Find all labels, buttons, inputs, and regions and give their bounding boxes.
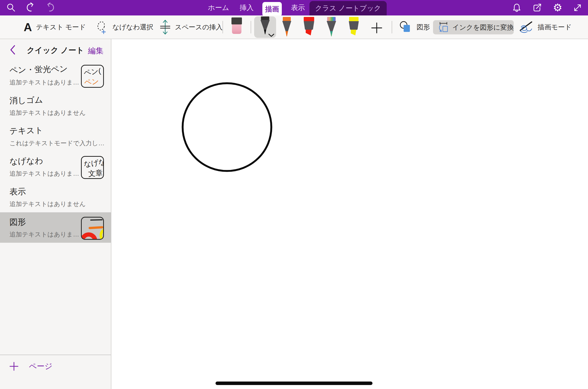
shapes-button[interactable]: 図形 (399, 15, 430, 39)
page-row-text[interactable]: テキスト これはテキストモードで入力し… (0, 121, 111, 152)
tab-view[interactable]: 表示 (287, 0, 309, 15)
settings-gear-icon[interactable]: ⚙ (552, 2, 563, 13)
page-list: ペン・蛍光ペン 追加テキストはありま… ペン( ペン 消しゴム 追加テキストはあ… (0, 60, 111, 243)
ink-to-shape-icon (438, 20, 449, 34)
text-mode-button[interactable]: A テキスト モード (24, 15, 86, 39)
eraser-tool[interactable] (231, 17, 242, 35)
yellow-highlighter-tool[interactable] (346, 17, 361, 38)
black-pen-tool-selected[interactable] (254, 16, 276, 38)
red-highlighter-tool[interactable] (301, 17, 316, 38)
undo-icon[interactable] (25, 2, 36, 13)
page-thumbnail: ペン( ペン (81, 65, 104, 88)
page-thumbnail: なげな 文章を (81, 156, 104, 179)
tab-insert[interactable]: 挿入 (236, 0, 257, 15)
insert-space-icon (159, 19, 171, 35)
lasso-select-button[interactable]: なげなわ選択 (96, 15, 153, 39)
page-row-view[interactable]: 表示 追加テキストはありません (0, 182, 111, 212)
fullscreen-expand-icon[interactable] (572, 2, 583, 13)
page-row-eraser[interactable]: 消しゴム 追加テキストはありません (0, 91, 111, 121)
add-pen-button[interactable] (371, 22, 382, 35)
lasso-icon (96, 20, 108, 34)
ink-circle-shape[interactable] (112, 39, 588, 389)
sidebar-header: クイック ノート 編集 (0, 39, 111, 60)
ribbon-divider (222, 21, 223, 33)
ribbon-divider (392, 21, 392, 33)
draw-ribbon: A テキスト モード なげなわ選択 スペースの挿入 (0, 15, 588, 39)
add-page-button[interactable]: ページ (0, 358, 111, 375)
search-icon[interactable] (5, 2, 16, 13)
top-app-bar: ホーム 挿入 描画 表示 クラス ノートブック ⚙ (0, 0, 588, 15)
page-row-shapes-selected[interactable]: 図形 追加テキストはありま… (0, 212, 111, 243)
page-row-lasso[interactable]: なげなわ 追加テキストはありま… なげな 文章を (0, 152, 111, 182)
galaxy-pen-tool[interactable] (324, 17, 339, 38)
drawing-canvas[interactable] (112, 39, 588, 389)
tab-class-notebook[interactable]: クラス ノートブック (309, 1, 387, 15)
share-icon[interactable] (532, 2, 543, 13)
home-indicator[interactable] (216, 382, 372, 385)
orange-pen-tool[interactable] (279, 17, 294, 38)
tab-home[interactable]: ホーム (206, 0, 231, 15)
chevron-down-icon (268, 33, 275, 37)
insert-space-button[interactable]: スペースの挿入 (159, 15, 223, 39)
page-list-sidebar: クイック ノート 編集 ペン・蛍光ペン 追加テキストはありま… ペン( ペン 消… (0, 39, 111, 389)
text-mode-a-icon: A (24, 21, 32, 33)
draw-mode-hand-pen-icon (518, 20, 534, 34)
plus-icon (9, 362, 18, 371)
page-row-pen-highlighter[interactable]: ペン・蛍光ペン 追加テキストはありま… ペン( ペン (0, 60, 111, 91)
sidebar-divider (0, 355, 111, 355)
ink-to-shape-button[interactable]: インクを図形に変換 (433, 20, 514, 34)
onenote-window: ホーム 挿入 描画 表示 クラス ノートブック ⚙ A (0, 0, 588, 389)
notifications-bell-icon[interactable] (511, 2, 522, 13)
redo-icon[interactable] (45, 2, 56, 13)
edit-button[interactable]: 編集 (88, 46, 103, 56)
ribbon-divider (251, 21, 251, 33)
page-thumbnail-drawing (81, 217, 104, 240)
draw-mode-button[interactable]: 描画モード (518, 15, 572, 39)
shapes-icon (399, 20, 413, 34)
tab-draw[interactable]: 描画 (262, 2, 282, 16)
